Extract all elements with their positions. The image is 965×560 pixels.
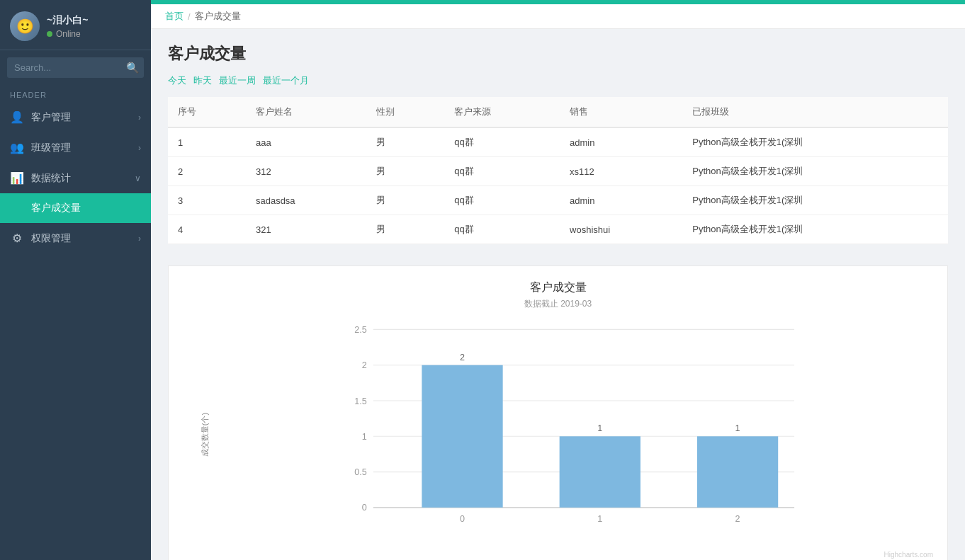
chevron-right-icon: ›	[138, 143, 141, 153]
filter-month[interactable]: 最近一个月	[263, 74, 309, 87]
chevron-right-icon: ›	[138, 234, 141, 244]
svg-text:1: 1	[597, 423, 602, 433]
cell-name: aaa	[246, 127, 366, 157]
user-info: ~泪小白~ Online	[47, 14, 88, 39]
sidebar-item-label: 客户成交量	[31, 202, 141, 215]
highcharts-credit: Highcharts.com	[183, 551, 933, 559]
status-dot	[47, 31, 52, 37]
sidebar-item-label: 权限管理	[31, 232, 138, 245]
col-header-class: 已报班级	[682, 97, 948, 127]
cell-class: Python高级全栈开发1(深圳	[682, 127, 948, 157]
main-content: 首页 / 客户成交量 客户成交量 今天 昨天 最近一周 最近一个月 序号 客户姓…	[151, 0, 965, 560]
cell-gender: 男	[366, 157, 444, 186]
sidebar-item-label: 数据统计	[31, 172, 135, 185]
chart-subtitle: 数据截止 2019-03	[183, 298, 933, 310]
chart-inner: 2.5 2 1.5 1 0.5 0 2	[218, 321, 933, 548]
table-body: 1 aaa 男 qq群 admin Python高级全栈开发1(深圳 2 312…	[168, 127, 948, 244]
chart-title: 客户成交量	[183, 280, 933, 295]
svg-text:1: 1	[362, 432, 367, 442]
chart-wrapper: 成交数量(个) 2.5 2 1.5 1	[183, 321, 933, 548]
table-row: 1 aaa 男 qq群 admin Python高级全栈开发1(深圳	[168, 127, 948, 157]
cell-sales: woshishui	[560, 215, 682, 244]
customers-icon: 👤	[10, 110, 24, 124]
user-area: 🙂 ~泪小白~ Online	[0, 0, 151, 50]
cell-id: 2	[168, 157, 246, 186]
cell-source: qq群	[444, 215, 560, 244]
search-input[interactable]	[7, 57, 144, 78]
svg-text:1.5: 1.5	[354, 396, 366, 406]
sidebar-header: HEADER	[0, 85, 151, 102]
cell-sales: xs112	[560, 157, 682, 186]
y-axis-label: 成交数量(个)	[200, 413, 210, 457]
svg-text:2.5: 2.5	[354, 325, 366, 335]
cell-name: 321	[246, 215, 366, 244]
cell-source: qq群	[444, 186, 560, 215]
table-row: 2 312 男 qq群 xs112 Python高级全栈开发1(深圳	[168, 157, 948, 186]
status-label: Online	[56, 29, 81, 39]
breadcrumb-home[interactable]: 首页	[165, 10, 184, 23]
search-area: 🔍	[0, 50, 151, 85]
col-header-sales: 销售	[560, 97, 682, 127]
breadcrumb-separator: /	[188, 11, 191, 22]
cell-gender: 男	[366, 127, 444, 157]
svg-text:2: 2	[735, 514, 740, 524]
sidebar: 🙂 ~泪小白~ Online 🔍 HEADER 👤 客户管理 › 👥 班级管理 …	[0, 0, 151, 560]
page-title: 客户成交量	[168, 43, 948, 64]
cell-id: 4	[168, 215, 246, 244]
avatar: 🙂	[10, 11, 40, 41]
permissions-icon: ⚙	[10, 232, 24, 245]
stats-icon: 📊	[10, 171, 24, 185]
cell-class: Python高级全栈开发1(深圳	[682, 186, 948, 215]
filter-week[interactable]: 最近一周	[219, 74, 256, 87]
table-header-row: 序号 客户姓名 性别 客户来源 销售 已报班级	[168, 97, 948, 127]
chevron-down-icon: ∨	[135, 173, 141, 183]
filter-today[interactable]: 今天	[168, 74, 186, 87]
svg-text:0.5: 0.5	[354, 467, 366, 477]
col-header-gender: 性别	[366, 97, 444, 127]
cell-sales: admin	[560, 127, 682, 157]
cell-name: 312	[246, 157, 366, 186]
cell-source: qq群	[444, 127, 560, 157]
data-table: 序号 客户姓名 性别 客户来源 销售 已报班级 1 aaa 男 qq群 admi…	[168, 97, 948, 244]
sidebar-item-customers[interactable]: 👤 客户管理 ›	[0, 102, 151, 132]
cell-gender: 男	[366, 215, 444, 244]
svg-text:0: 0	[362, 503, 367, 513]
bar-2	[697, 436, 778, 508]
cell-gender: 男	[366, 186, 444, 215]
table-row: 3 sadasdsa 男 qq群 admin Python高级全栈开发1(深圳	[168, 186, 948, 215]
cell-class: Python高级全栈开发1(深圳	[682, 215, 948, 244]
search-button[interactable]: 🔍	[126, 62, 140, 74]
content-area: 客户成交量 今天 昨天 最近一周 最近一个月 序号 客户姓名 性别 客户来源 销…	[151, 29, 965, 560]
chart-container: 客户成交量 数据截止 2019-03 成交数量(个) 2.5	[168, 265, 948, 560]
breadcrumb-current: 客户成交量	[195, 10, 241, 23]
breadcrumb: 首页 / 客户成交量	[151, 4, 965, 29]
username: ~泪小白~	[47, 14, 88, 27]
svg-text:0: 0	[460, 514, 465, 524]
filter-yesterday[interactable]: 昨天	[193, 74, 212, 87]
sidebar-item-stats[interactable]: 📊 数据统计 ∨	[0, 163, 151, 193]
cell-id: 1	[168, 127, 246, 157]
cell-name: sadasdsa	[246, 186, 366, 215]
sidebar-item-label: 客户管理	[31, 111, 138, 124]
table-row: 4 321 男 qq群 woshishui Python高级全栈开发1(深圳	[168, 215, 948, 244]
bar-1	[560, 436, 640, 508]
col-header-name: 客户姓名	[246, 97, 366, 127]
col-header-source: 客户来源	[444, 97, 560, 127]
sidebar-item-classes[interactable]: 👥 班级管理 ›	[0, 132, 151, 163]
sidebar-item-permissions[interactable]: ⚙ 权限管理 ›	[0, 223, 151, 253]
cell-class: Python高级全栈开发1(深圳	[682, 157, 948, 186]
cell-id: 3	[168, 186, 246, 215]
svg-text:1: 1	[597, 514, 602, 524]
chevron-right-icon: ›	[138, 113, 141, 122]
classes-icon: 👥	[10, 141, 24, 154]
chart-svg: 2.5 2 1.5 1 0.5 0 2	[218, 321, 933, 548]
cell-sales: admin	[560, 186, 682, 215]
sidebar-item-transactions[interactable]: 客户成交量	[0, 193, 151, 223]
svg-text:2: 2	[460, 353, 465, 362]
user-status: Online	[47, 29, 88, 39]
cell-source: qq群	[444, 157, 560, 186]
col-header-id: 序号	[168, 97, 246, 127]
bar-0	[422, 365, 502, 508]
sidebar-item-label: 班级管理	[31, 142, 138, 154]
svg-text:1: 1	[735, 423, 740, 433]
